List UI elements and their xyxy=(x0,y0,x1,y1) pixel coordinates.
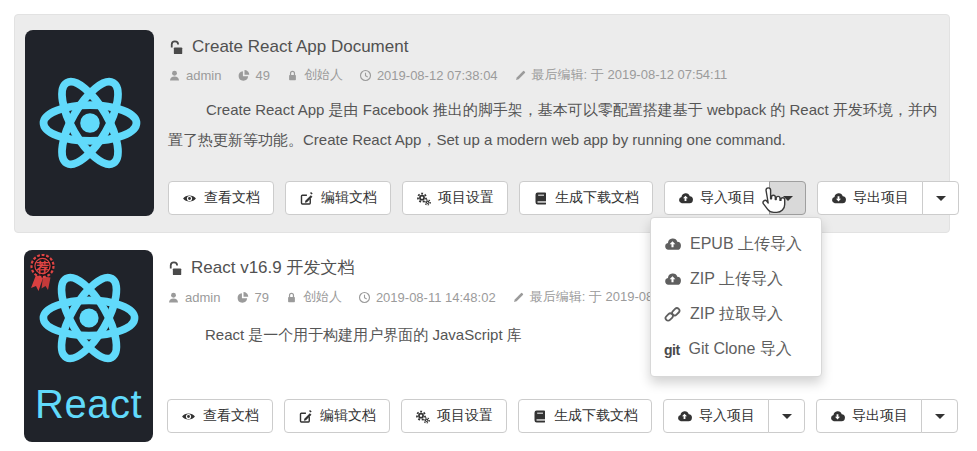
edit-doc-button[interactable]: 编辑文档 xyxy=(284,399,390,433)
export-project-button[interactable]: 导出项目 xyxy=(816,399,922,433)
pencil-icon xyxy=(514,69,527,82)
project-cover-image[interactable] xyxy=(25,30,154,216)
eye-icon xyxy=(182,191,197,206)
unlock-icon xyxy=(167,260,183,276)
meta-role: 创始人 xyxy=(285,288,342,306)
lock-icon xyxy=(285,291,298,304)
menu-item-zip-pull[interactable]: ZIP 拉取导入 xyxy=(651,297,821,332)
import-split-button: 导入项目 xyxy=(663,399,805,433)
project-meta: admin 49 创始人 2019-08-12 07:38:04 最后编辑: 于… xyxy=(168,66,951,84)
project-content: Create React App Document admin 49 创始人 2… xyxy=(168,37,951,155)
project-description: React 是一个用于构建用户界面的 JavaScript 库 xyxy=(167,320,950,350)
meta-author: admin xyxy=(168,68,221,83)
unlock-icon xyxy=(168,39,184,55)
edit-icon xyxy=(298,409,313,424)
user-icon xyxy=(167,291,180,304)
last-edited-text: 最后编辑: 于 2019-08-12 07:54:11 xyxy=(532,66,728,84)
book-icon xyxy=(533,191,548,206)
project-settings-button[interactable]: 项目设置 xyxy=(402,181,508,215)
react-logo-icon xyxy=(37,70,143,176)
meta-role: 创始人 xyxy=(286,66,343,84)
meta-author: admin xyxy=(167,290,220,305)
project-title[interactable]: Create React App Document xyxy=(168,37,951,57)
project-cover-image[interactable]: React 荐 xyxy=(24,250,153,442)
menu-item-zip-upload[interactable]: ZIP 上传导入 xyxy=(651,262,821,297)
meta-views: 79 xyxy=(236,290,268,305)
import-dropdown-toggle[interactable] xyxy=(768,399,805,433)
link-icon xyxy=(664,306,681,323)
meta-created: 2019-08-11 14:48:02 xyxy=(358,290,496,305)
cloud-upload-icon xyxy=(677,409,692,424)
project-description: Create React App 是由 Facebook 推出的脚手架，基本可以… xyxy=(168,95,951,155)
author-text: admin xyxy=(185,290,220,305)
cloud-download-icon xyxy=(830,409,845,424)
react-logo-text: React xyxy=(35,384,142,424)
project-settings-button[interactable]: 项目设置 xyxy=(401,399,507,433)
clock-icon xyxy=(358,291,371,304)
recommend-badge: 荐 xyxy=(26,252,62,298)
created-text: 2019-08-12 07:38:04 xyxy=(377,68,498,83)
cloud-upload-icon xyxy=(664,271,681,288)
project-title-text: React v16.9 开发文档 xyxy=(191,256,354,279)
generate-download-button[interactable]: 生成下载文档 xyxy=(518,399,652,433)
role-text: 创始人 xyxy=(304,66,343,84)
views-count: 79 xyxy=(254,290,268,305)
lock-icon xyxy=(286,69,299,82)
project-card-create-react-app: Create React App Document admin 49 创始人 2… xyxy=(14,14,950,233)
export-split-button: 导出项目 xyxy=(816,399,958,433)
git-icon: git xyxy=(664,342,680,358)
project-actions: 查看文档 编辑文档 项目设置 生成下载文档 导入项目 导出项目 xyxy=(167,399,958,433)
project-title[interactable]: React v16.9 开发文档 xyxy=(167,256,950,279)
project-meta: admin 79 创始人 2019-08-11 14:48:02 最后编辑: 于… xyxy=(167,288,950,306)
project-title-text: Create React App Document xyxy=(192,37,408,57)
generate-download-button[interactable]: 生成下载文档 xyxy=(519,181,653,215)
cloud-upload-icon xyxy=(678,191,693,206)
author-text: admin xyxy=(186,68,221,83)
meta-last-edited: 最后编辑: 于 2019-08-12 07:54:11 xyxy=(514,66,728,84)
badge-character: 荐 xyxy=(26,259,59,277)
cogs-icon xyxy=(416,191,431,206)
caret-down-icon xyxy=(782,414,792,419)
project-content: React v16.9 开发文档 admin 79 创始人 2019-08-11… xyxy=(167,256,950,350)
cloud-upload-icon xyxy=(664,236,681,253)
created-text: 2019-08-11 14:48:02 xyxy=(376,290,496,305)
cloud-download-icon xyxy=(831,191,846,206)
menu-item-epub-upload[interactable]: EPUB 上传导入 xyxy=(651,227,821,262)
view-doc-button[interactable]: 查看文档 xyxy=(168,181,274,215)
eye-icon xyxy=(181,409,196,424)
meta-views: 49 xyxy=(237,68,269,83)
edit-doc-button[interactable]: 编辑文档 xyxy=(285,181,391,215)
edit-icon xyxy=(299,191,314,206)
project-actions: 查看文档 编辑文档 项目设置 生成下载文档 导入项目 导出项目 xyxy=(168,181,959,215)
meta-created: 2019-08-12 07:38:04 xyxy=(359,68,498,83)
pie-chart-icon xyxy=(237,69,250,82)
caret-down-icon xyxy=(936,196,946,201)
export-project-button[interactable]: 导出项目 xyxy=(817,181,923,215)
import-dropdown-menu: EPUB 上传导入 ZIP 上传导入 ZIP 拉取导入 git Git Clon… xyxy=(650,217,822,377)
import-project-button[interactable]: 导入项目 xyxy=(664,181,770,215)
caret-down-icon xyxy=(783,196,793,201)
import-project-button[interactable]: 导入项目 xyxy=(663,399,769,433)
book-icon xyxy=(532,409,547,424)
export-dropdown-toggle[interactable] xyxy=(922,181,959,215)
view-doc-button[interactable]: 查看文档 xyxy=(167,399,273,433)
export-dropdown-toggle[interactable] xyxy=(921,399,958,433)
user-icon xyxy=(168,69,181,82)
clock-icon xyxy=(359,69,372,82)
import-split-button: 导入项目 xyxy=(664,181,806,215)
cogs-icon xyxy=(415,409,430,424)
role-text: 创始人 xyxy=(303,288,342,306)
views-count: 49 xyxy=(255,68,269,83)
import-dropdown-toggle[interactable] xyxy=(769,181,806,215)
caret-down-icon xyxy=(935,414,945,419)
pencil-icon xyxy=(512,291,525,304)
pie-chart-icon xyxy=(236,291,249,304)
menu-item-git-clone[interactable]: git Git Clone 导入 xyxy=(651,332,821,367)
export-split-button: 导出项目 xyxy=(817,181,959,215)
